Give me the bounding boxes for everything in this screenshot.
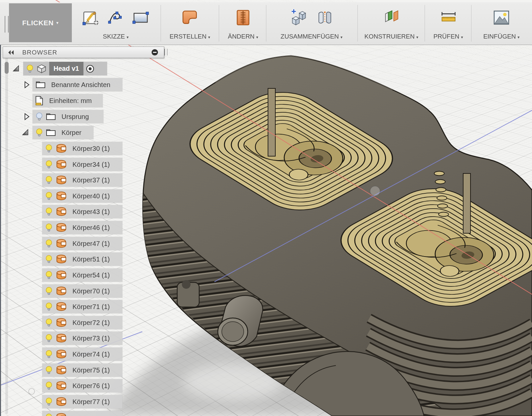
body-icon: [56, 175, 67, 185]
tree-item-label: Benannte Ansichten: [51, 81, 110, 89]
body-icon: [56, 207, 67, 216]
tree-item-body[interactable]: Körper43 (1): [42, 205, 122, 218]
panel-resize-grip[interactable]: [164, 49, 168, 55]
tree-item-label: Körper51 (1): [72, 256, 110, 263]
tree-item-label: Körper34 (1): [72, 161, 110, 168]
create-sketch-icon[interactable]: [82, 9, 99, 26]
collapse-panel-icon[interactable]: [7, 49, 15, 56]
folder-icon: [46, 129, 56, 137]
visibility-bulb-icon[interactable]: [45, 271, 53, 279]
collapse-all-icon[interactable]: [151, 49, 159, 56]
activate-component-radio[interactable]: [83, 64, 97, 73]
stitch-icon[interactable]: [234, 9, 252, 27]
tree-item-body[interactable]: Körper70 (1): [42, 284, 122, 298]
patch-surface-icon[interactable]: [181, 9, 199, 27]
menu-erstellen[interactable]: ERSTELLEN▾: [170, 33, 210, 40]
browser-scrollbar-thumb[interactable]: [5, 62, 9, 74]
tree-item-origin[interactable]: Ursprung: [33, 110, 103, 123]
tree-item-body[interactable]: Körper51 (1): [42, 253, 122, 266]
tree-item-label: Körper74 (1): [72, 351, 110, 358]
visibility-bulb-icon[interactable]: [45, 255, 53, 263]
folder-icon: [36, 81, 46, 89]
visibility-bulb-icon[interactable]: [45, 397, 53, 406]
tree-item-label: Körper71 (1): [72, 303, 110, 311]
expand-toggle-open[interactable]: [21, 128, 29, 136]
visibility-bulb-off-icon[interactable]: [36, 112, 43, 121]
tree-item-label: Körper43 (1): [72, 208, 110, 216]
body-icon: [56, 255, 67, 264]
visibility-bulb-icon[interactable]: [45, 334, 53, 343]
menu-einfuegen[interactable]: EINFÜGEN▾: [483, 33, 519, 40]
toolbar-separator: [425, 5, 425, 42]
tree-item-body[interactable]: Körper37 (1): [42, 173, 122, 187]
menu-zusammenfuegen[interactable]: ZUSAMMENFÜGEN▾: [281, 33, 342, 40]
tree-item-body[interactable]: Körper34 (1): [42, 158, 122, 171]
radio-icon: [85, 64, 95, 73]
tree-item-body[interactable]: Körper74 (1): [42, 348, 122, 361]
tree-item-body[interactable]: Körper47 (1): [42, 237, 122, 250]
tree-item-label-selected: Head v1: [49, 62, 83, 75]
expand-toggle-open[interactable]: [12, 64, 20, 72]
visibility-bulb-icon[interactable]: [45, 366, 53, 374]
tree-item-body[interactable]: Körper77 (1): [42, 395, 122, 408]
visibility-bulb-icon[interactable]: [45, 413, 53, 416]
tree-item-body[interactable]: Körper40 (1): [42, 189, 122, 203]
toolbar-drag-grip[interactable]: [5, 16, 9, 33]
tree-item-body[interactable]: Körper75 (1): [42, 364, 122, 377]
expand-toggle-closed[interactable]: [23, 113, 31, 121]
workspace-selector[interactable]: FLICKEN ▾: [9, 3, 72, 42]
tree-item-named-views[interactable]: Benannte Ansichten: [33, 78, 122, 91]
visibility-bulb-icon[interactable]: [26, 64, 34, 73]
expand-toggle-closed[interactable]: [23, 81, 31, 89]
tree-item-body-partial[interactable]: [42, 411, 122, 416]
visibility-bulb-icon[interactable]: [45, 350, 53, 359]
tree-item-body[interactable]: Körper46 (1): [42, 221, 122, 234]
visibility-bulb-icon[interactable]: [45, 223, 53, 232]
tree-item-root-component[interactable]: Head v1: [23, 62, 107, 75]
tree-item-body[interactable]: Körper72 (1): [42, 316, 122, 329]
body-icon: [56, 381, 67, 390]
visibility-bulb-icon[interactable]: [45, 176, 53, 184]
rectangle-icon[interactable]: [132, 9, 150, 26]
orbit-pivot-marker: [370, 186, 380, 196]
browser-panel-header[interactable]: BROWSER: [3, 47, 164, 58]
visibility-bulb-icon[interactable]: [45, 381, 53, 390]
construction-plane-icon[interactable]: [382, 9, 400, 27]
visibility-bulb-icon[interactable]: [45, 239, 53, 248]
menu-skizze[interactable]: SKIZZE▾: [103, 33, 129, 40]
visibility-bulb-icon[interactable]: [45, 207, 53, 216]
toolbar-group-pruefen: PRÜFEN▾: [425, 2, 471, 45]
combine-bodies-icon[interactable]: [290, 9, 308, 27]
visibility-bulb-icon[interactable]: [45, 287, 53, 295]
menu-pruefen[interactable]: PRÜFEN▾: [433, 33, 463, 40]
spline-icon[interactable]: [108, 10, 124, 26]
insert-image-icon[interactable]: [492, 9, 510, 27]
visibility-bulb-icon[interactable]: [45, 160, 53, 169]
visibility-bulb-icon[interactable]: [45, 318, 53, 327]
tree-item-body[interactable]: Körper30 (1): [42, 142, 122, 155]
chevron-down-icon: ▾: [208, 35, 210, 40]
tree-item-label: Körper: [62, 129, 81, 137]
chevron-down-icon: ▾: [56, 20, 59, 25]
tree-item-label: Körper37 (1): [72, 176, 110, 184]
visibility-bulb-icon[interactable]: [45, 144, 53, 153]
tree-item-body[interactable]: Körper73 (1): [42, 332, 122, 345]
visibility-bulb-icon[interactable]: [36, 128, 43, 137]
measure-icon[interactable]: [439, 9, 457, 27]
tree-item-label: Körper30 (1): [72, 145, 110, 153]
chevron-down-icon: ▾: [340, 35, 342, 40]
browser-scrollbar-track[interactable]: [5, 50, 8, 414]
tree-item-bodies-folder[interactable]: Körper: [33, 126, 93, 139]
visibility-bulb-icon[interactable]: [45, 192, 53, 200]
visibility-bulb-icon[interactable]: [45, 302, 53, 311]
menu-konstruieren[interactable]: KONSTRUIEREN▾: [364, 33, 418, 40]
tree-item-label: Körper47 (1): [72, 240, 110, 248]
tree-item-body[interactable]: Körper54 (1): [42, 268, 122, 282]
tree-item-units[interactable]: Einheiten: mm: [33, 94, 103, 107]
tree-item-body[interactable]: Körper76 (1): [42, 379, 122, 392]
chevron-down-icon: ▾: [518, 35, 520, 40]
menu-aendern[interactable]: ÄNDERN▾: [228, 33, 258, 40]
mirror-icon[interactable]: [316, 9, 333, 26]
toolbar-separator: [357, 5, 358, 42]
tree-item-body[interactable]: Körper71 (1): [42, 300, 122, 313]
